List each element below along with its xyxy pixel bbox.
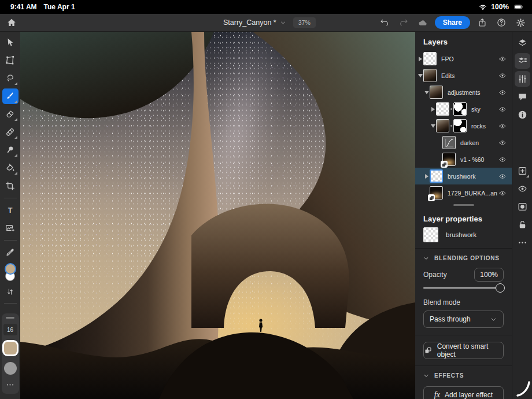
brush-size-field[interactable]: 16 xyxy=(3,324,17,335)
layer-row[interactable]: brushwork xyxy=(415,168,512,184)
layer-thumbnail[interactable] xyxy=(430,186,443,200)
move-tool[interactable] xyxy=(2,35,19,50)
expander-down-icon[interactable] xyxy=(430,124,436,128)
fill-tool[interactable] xyxy=(2,160,19,176)
layer-visibility-toggle[interactable] xyxy=(497,138,508,148)
comment-icon[interactable] xyxy=(515,89,530,105)
photoshop-ipad-app: 9:41 AM Tue Apr 1 100% Starry_Canyon * xyxy=(0,0,532,399)
layer-row[interactable]: adjustments xyxy=(415,84,512,101)
layer-row[interactable]: rocks xyxy=(415,117,512,134)
layer-row[interactable]: 1729_BURKA...anced-NR33 xyxy=(415,184,512,201)
eraser-tool[interactable] xyxy=(2,106,19,122)
panel-resize-handle[interactable] xyxy=(453,204,474,206)
expander-right-icon[interactable] xyxy=(430,107,436,112)
add-layer-effect-button[interactable]: fx Add layer effect xyxy=(423,386,504,399)
crop-tool[interactable] xyxy=(2,178,19,194)
cloud-sync-icon[interactable] xyxy=(416,16,430,29)
undo-icon[interactable] xyxy=(378,16,391,29)
redo-icon[interactable] xyxy=(397,16,411,29)
visibility-icon[interactable] xyxy=(515,181,530,197)
swap-colors-icon[interactable] xyxy=(3,285,17,298)
submenu-indicator xyxy=(14,100,17,103)
selected-layer-thumbnail xyxy=(423,227,438,242)
layer-visibility-toggle[interactable] xyxy=(497,87,508,98)
opacity-value-field[interactable]: 100% xyxy=(474,268,504,282)
layer-thumbnail[interactable] xyxy=(423,69,437,82)
left-tool-rail: T 16 xyxy=(0,32,20,399)
layer-mask-thumbnail[interactable] xyxy=(453,119,467,132)
layer-thumbnail[interactable] xyxy=(436,119,449,132)
convert-to-smart-object-button[interactable]: Convert to smart object xyxy=(423,342,504,359)
blend-mode-select[interactable]: Pass through xyxy=(423,311,504,328)
opacity-slider-handle[interactable] xyxy=(496,283,505,293)
layer-visibility-toggle[interactable] xyxy=(497,154,508,165)
eyedropper-tool[interactable] xyxy=(2,245,19,260)
expander-right-icon[interactable] xyxy=(418,57,423,61)
right-task-rail xyxy=(512,32,532,399)
submenu-indicator xyxy=(526,175,529,178)
layer-row[interactable]: darken xyxy=(415,134,512,151)
layer-name: v1 - %60 xyxy=(460,156,497,163)
place-photo-tool[interactable] xyxy=(2,220,19,236)
layer-name: darken xyxy=(460,139,497,146)
share-button[interactable]: Share xyxy=(435,16,470,29)
document-canvas[interactable] xyxy=(20,32,415,399)
help-icon[interactable] xyxy=(494,16,508,29)
expander-down-icon[interactable] xyxy=(424,91,430,94)
layer-row[interactable]: FPO xyxy=(415,50,512,67)
add-layer-icon[interactable] xyxy=(515,163,530,179)
clone-stamp-tool[interactable] xyxy=(2,142,19,158)
layer-row[interactable]: Edits xyxy=(415,67,512,84)
layer-visibility-toggle[interactable] xyxy=(497,121,508,131)
layer-properties-icon[interactable] xyxy=(515,53,530,69)
document-title-menu[interactable]: Starry_Canyon * xyxy=(223,19,286,27)
layer-thumbnail[interactable] xyxy=(430,169,443,183)
layer-visibility-toggle[interactable] xyxy=(497,171,508,182)
effects-header[interactable]: EFFECTS xyxy=(423,366,504,380)
layers-view-icon[interactable] xyxy=(515,35,530,51)
expander-right-icon[interactable] xyxy=(424,174,430,179)
selected-layer-name: brushwork xyxy=(446,231,476,238)
layer-thumbnail[interactable] xyxy=(436,102,449,116)
more-options-icon[interactable] xyxy=(3,380,17,389)
opacity-slider[interactable] xyxy=(423,283,504,293)
adjustments-icon[interactable] xyxy=(515,71,530,87)
layer-thumbnail[interactable] xyxy=(423,52,437,65)
settings-icon[interactable] xyxy=(513,16,527,29)
lock-icon[interactable] xyxy=(515,217,530,232)
layer-thumbnail[interactable] xyxy=(442,153,456,166)
drag-handle[interactable] xyxy=(6,317,14,319)
brush-tool[interactable] xyxy=(2,88,19,104)
info-icon[interactable] xyxy=(515,107,530,123)
layer-visibility-toggle[interactable] xyxy=(497,71,508,81)
layer-row[interactable]: sky xyxy=(415,101,512,117)
home-icon[interactable] xyxy=(5,16,19,29)
expander-down-icon[interactable] xyxy=(418,74,423,77)
layer-thumbnail[interactable] xyxy=(442,136,456,149)
mask-icon[interactable] xyxy=(515,199,530,215)
layer-name: FPO xyxy=(441,56,497,62)
layer-row[interactable]: v1 - %60 xyxy=(415,151,512,168)
export-icon[interactable] xyxy=(475,16,489,29)
submenu-indicator xyxy=(14,118,17,121)
type-tool[interactable]: T xyxy=(2,202,19,218)
layer-visibility-toggle[interactable] xyxy=(497,188,508,198)
layer-visibility-toggle[interactable] xyxy=(497,54,508,64)
blending-options-header[interactable]: BLENDING OPTIONS xyxy=(423,249,504,263)
divider xyxy=(4,303,17,304)
foreground-color-swatch[interactable] xyxy=(5,263,16,275)
healing-brush-tool[interactable] xyxy=(2,124,19,140)
color-wells[interactable] xyxy=(5,263,16,281)
layer-mask-thumbnail[interactable] xyxy=(453,102,467,116)
brush-opacity-control[interactable] xyxy=(4,362,17,375)
layer-visibility-toggle[interactable] xyxy=(497,104,508,114)
more-icon[interactable] xyxy=(515,235,530,250)
zoom-level-badge[interactable]: 37% xyxy=(293,17,316,28)
fx-icon: fx xyxy=(434,390,440,399)
brush-color-swatch[interactable] xyxy=(4,342,17,354)
lasso-tool[interactable] xyxy=(2,71,19,86)
layer-name: rocks xyxy=(471,123,497,130)
layer-thumbnail[interactable] xyxy=(430,86,443,99)
transform-tool[interactable] xyxy=(2,53,19,68)
opacity-slider-track[interactable] xyxy=(423,287,504,289)
